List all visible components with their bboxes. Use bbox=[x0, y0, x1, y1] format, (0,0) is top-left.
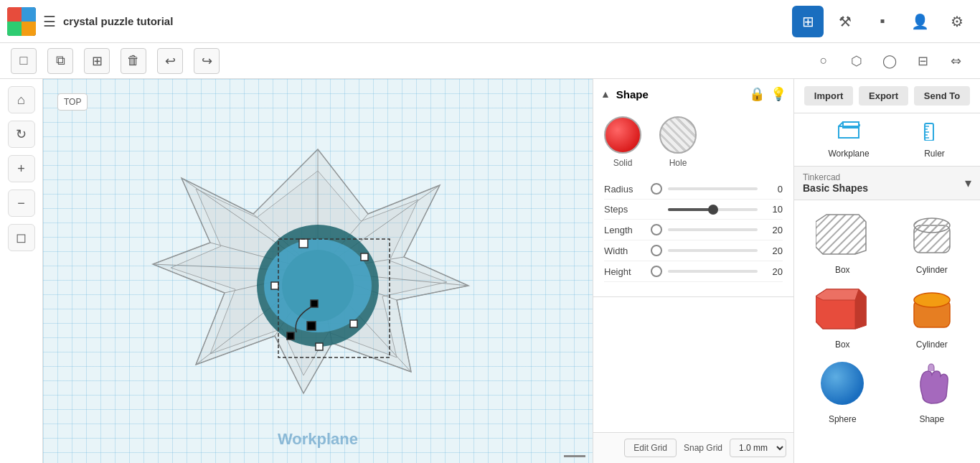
width-radio[interactable] bbox=[651, 245, 662, 256]
mirror-tool-btn[interactable]: ⇔ bbox=[942, 47, 969, 75]
settings-btn[interactable]: ⚙ bbox=[941, 6, 973, 37]
redo-btn[interactable]: ↪ bbox=[194, 48, 220, 74]
shapes-dropdown-icon[interactable]: ▾ bbox=[965, 175, 971, 191]
right-panel: ▲ Shape 🔒 💡 Solid Hole Radius bbox=[593, 79, 793, 463]
radius-value: 0 bbox=[758, 184, 783, 195]
undo-btn[interactable]: ↩ bbox=[157, 48, 183, 74]
snap-label: Snap Grid bbox=[684, 443, 722, 453]
3d-shape-overlay bbox=[138, 128, 497, 415]
box-red-item[interactable]: Box bbox=[801, 282, 884, 350]
scale-bar bbox=[564, 455, 585, 457]
shape-panel: ▲ Shape 🔒 💡 Solid Hole Radius bbox=[593, 79, 793, 297]
action-buttons: Import Export Send To bbox=[794, 79, 980, 113]
export-btn[interactable]: Export bbox=[859, 86, 908, 106]
steps-row: Steps 10 bbox=[604, 200, 783, 220]
user-add-btn[interactable]: 👤 bbox=[904, 6, 936, 37]
shapes-provider-label: Tinkercad bbox=[803, 172, 965, 182]
object-select-btn[interactable]: ◯ bbox=[876, 47, 903, 75]
left-panel: ⌂ ↻ + − ◻ bbox=[0, 79, 43, 463]
project-name[interactable]: crystal puzzle tutorial bbox=[63, 15, 785, 27]
material-toggle: Solid Hole bbox=[600, 109, 786, 175]
solid-option[interactable]: Solid bbox=[604, 116, 641, 168]
radius-radio[interactable] bbox=[651, 183, 662, 195]
list-icon[interactable]: ☰ bbox=[43, 13, 56, 30]
top-view-badge: TOP bbox=[57, 93, 88, 111]
ruler-item[interactable]: Ruler bbox=[923, 121, 946, 159]
shape-select-btn[interactable]: ⬡ bbox=[843, 47, 870, 75]
cyl-orange-item[interactable]: Cylinder bbox=[891, 282, 974, 350]
logo-tr bbox=[22, 7, 36, 22]
height-row: Height 20 bbox=[604, 261, 783, 282]
cyl-gray-item[interactable]: Cylinder bbox=[891, 207, 974, 275]
cube-view-btn[interactable]: ◻ bbox=[8, 224, 35, 251]
bottom-bar: Edit Grid Snap Grid 1.0 mm 0.5 mm 2.0 mm bbox=[593, 432, 793, 463]
svg-point-53 bbox=[821, 362, 864, 405]
handle-center bbox=[311, 300, 318, 307]
hand-shape-label: Shape bbox=[919, 414, 944, 424]
grid-view-btn[interactable]: ⊞ bbox=[792, 6, 824, 37]
width-row: Width 20 bbox=[604, 240, 783, 261]
workplane-label: Workplane bbox=[278, 430, 358, 449]
handle-bottom bbox=[307, 322, 316, 330]
height-slider[interactable] bbox=[668, 270, 758, 273]
steps-slider[interactable] bbox=[668, 208, 758, 211]
svg-point-47 bbox=[914, 218, 950, 233]
copy-btn[interactable]: ⧉ bbox=[47, 48, 73, 74]
hole-option[interactable]: Hole bbox=[659, 116, 697, 168]
rotate-view-btn[interactable]: ↻ bbox=[8, 121, 35, 148]
main: ⌂ ↻ + − ◻ TOP bbox=[0, 79, 980, 463]
align-tool-btn[interactable]: ⊟ bbox=[909, 47, 936, 75]
solid-circle bbox=[604, 116, 641, 154]
radius-slider[interactable] bbox=[668, 187, 758, 190]
box-gray-item[interactable]: Box bbox=[801, 207, 884, 275]
height-radio[interactable] bbox=[651, 266, 662, 277]
scale-indicator bbox=[564, 455, 585, 457]
box-btn[interactable]: ▪ bbox=[867, 6, 898, 37]
lock-icon[interactable]: 🔒 bbox=[749, 86, 765, 102]
logo-bl bbox=[7, 22, 22, 36]
shapes-header: Tinkercad Basic Shapes ▾ bbox=[794, 167, 980, 200]
shape-title: Shape bbox=[616, 88, 743, 100]
duplicate-btn[interactable]: ⊞ bbox=[84, 48, 110, 74]
center-shape bbox=[264, 239, 372, 332]
hand-shape-item[interactable]: Shape bbox=[891, 357, 974, 424]
height-label: Height bbox=[604, 266, 651, 277]
workplane-ruler-section: Workplane Ruler bbox=[794, 113, 980, 167]
zoom-out-btn[interactable]: − bbox=[8, 190, 35, 217]
workplane-item[interactable]: Workplane bbox=[828, 121, 869, 159]
length-label: Length bbox=[604, 225, 651, 235]
steps-value: 10 bbox=[758, 204, 783, 215]
handle-br bbox=[350, 320, 357, 327]
shapes-category-label: Basic Shapes bbox=[803, 182, 965, 194]
build-btn[interactable]: ⚒ bbox=[829, 6, 861, 37]
edit-grid-btn[interactable]: Edit Grid bbox=[624, 439, 677, 457]
svg-marker-50 bbox=[855, 289, 866, 329]
sphere-blue-item[interactable]: Sphere bbox=[801, 357, 884, 424]
workplane-label-text: Workplane bbox=[828, 149, 869, 159]
bulb-icon[interactable]: 💡 bbox=[771, 86, 786, 102]
top-right-icons: ⊞ ⚒ ▪ 👤 ⚙ bbox=[792, 6, 973, 37]
canvas-area[interactable]: TOP bbox=[43, 79, 593, 463]
home-view-btn[interactable]: ⌂ bbox=[8, 86, 35, 113]
width-slider[interactable] bbox=[668, 249, 758, 252]
svg-marker-44 bbox=[816, 215, 866, 254]
view-select-btn[interactable]: ○ bbox=[810, 47, 837, 75]
solid-label: Solid bbox=[613, 158, 633, 168]
handle-bottom2 bbox=[316, 343, 323, 350]
zoom-in-btn[interactable]: + bbox=[8, 155, 35, 182]
logo-br bbox=[22, 22, 36, 36]
import-btn[interactable]: Import bbox=[804, 86, 853, 106]
length-radio[interactable] bbox=[651, 224, 662, 235]
hole-circle bbox=[659, 116, 697, 154]
radius-row: Radius 0 bbox=[604, 179, 783, 200]
sendto-btn[interactable]: Send To bbox=[914, 86, 970, 106]
new-shape-btn[interactable]: □ bbox=[11, 48, 37, 74]
length-row: Length 20 bbox=[604, 220, 783, 240]
cyl-gray-label: Cylinder bbox=[916, 265, 948, 275]
length-slider[interactable] bbox=[668, 228, 758, 231]
snap-dropdown[interactable]: 1.0 mm 0.5 mm 2.0 mm bbox=[730, 439, 786, 457]
collapse-arrow-icon[interactable]: ▲ bbox=[600, 88, 611, 100]
delete-btn[interactable]: 🗑 bbox=[121, 48, 146, 74]
svg-point-52 bbox=[914, 293, 950, 307]
box-red-thumb bbox=[810, 282, 875, 336]
